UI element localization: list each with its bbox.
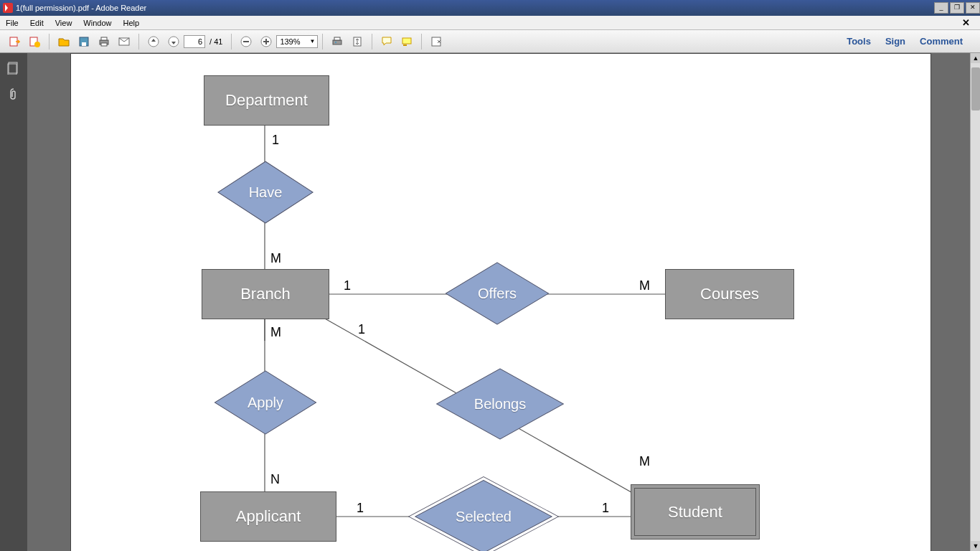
zoom-in-icon[interactable] [258,33,275,50]
menu-bar: File Edit View Window Help ✕ [0,16,980,30]
document-area[interactable]: Department Branch Courses Applicant Stud… [27,53,970,551]
card-applicant-selected: 1 [357,501,364,516]
relationship-belongs: Belongs [443,373,557,434]
card-dept-have: 1 [272,133,279,148]
svg-point-2 [34,42,40,47]
svg-rect-6 [101,37,107,40]
minimize-button[interactable]: _ [934,2,948,14]
zoom-out-icon[interactable] [237,33,255,50]
relationship-offers: Offers [451,269,543,318]
save-icon[interactable] [75,33,93,50]
close-doc-button[interactable]: ✕ [956,16,976,29]
window-title: 1(full permission).pdf - Adobe Reader [16,4,146,12]
restore-button[interactable]: ❐ [950,2,964,14]
open-icon[interactable] [55,33,72,50]
entity-applicant: Applicant [200,491,336,542]
entity-courses: Courses [665,269,794,319]
menu-help[interactable]: Help [117,17,145,29]
menu-window[interactable]: Window [77,17,117,29]
window-controls: _ ❐ ✕ [933,2,980,14]
print-icon[interactable] [95,33,113,50]
er-diagram: Department Branch Courses Applicant Stud… [71,54,930,551]
sign-link[interactable]: Sign [885,36,905,47]
menu-edit[interactable]: Edit [24,17,50,29]
relationship-apply: Apply [222,377,309,428]
entity-branch: Branch [202,269,329,319]
relationship-selected: Selected [423,485,545,548]
app-icon [3,3,13,13]
export-pdf-icon[interactable] [6,33,23,50]
card-branch-belongs: 1 [358,322,365,337]
relationship-have: Have [225,169,306,216]
page-number-input[interactable] [184,35,205,48]
highlight-icon[interactable] [398,33,415,50]
card-offers-courses: M [639,278,650,293]
create-pdf-icon[interactable] [26,33,43,50]
entity-student: Student [631,484,760,540]
svg-rect-4 [82,42,86,46]
page-up-icon[interactable] [145,33,162,50]
card-selected-student: 1 [602,501,609,516]
svg-rect-12 [243,41,249,42]
card-branch-offers: 1 [344,278,351,293]
close-button[interactable]: ✕ [966,2,980,14]
card-belongs-student: M [639,454,650,469]
chevron-down-icon: ▼ [309,38,317,44]
email-icon[interactable] [116,33,133,50]
menu-view[interactable]: View [50,17,78,29]
svg-rect-20 [402,38,411,44]
zoom-select[interactable]: 139%▼ [276,35,318,48]
page-canvas: Department Branch Courses Applicant Stud… [70,53,931,551]
svg-rect-16 [333,40,341,44]
scroll-thumb[interactable] [971,67,980,110]
tools-link[interactable]: Tools [847,36,871,47]
scroll-mode-icon[interactable] [349,33,366,50]
thumbnails-icon[interactable] [6,60,22,76]
menu-file[interactable]: File [0,17,24,29]
entity-department: Department [204,75,329,126]
card-have-branch: M [270,251,281,266]
card-branch-apply: M [270,325,281,340]
right-panel-links: Tools Sign Comment [847,36,976,47]
scroll-down-icon[interactable]: ▼ [971,541,980,551]
vertical-scrollbar[interactable]: ▲ ▼ [970,53,980,551]
svg-rect-7 [101,43,107,46]
scroll-up-icon[interactable]: ▲ [971,53,980,63]
svg-rect-17 [334,37,340,40]
toolbar: / 41 139%▼ Tools Sign Comment [0,30,980,53]
comment-link[interactable]: Comment [920,36,963,47]
navigation-pane [0,53,27,551]
snapshot-icon[interactable] [329,33,346,50]
title-bar: 1(full permission).pdf - Adobe Reader _ … [0,0,980,16]
svg-rect-18 [335,42,336,43]
card-apply-applicant: N [270,472,280,487]
page-down-icon[interactable] [165,33,182,50]
svg-rect-15 [265,39,267,44]
comment-icon[interactable] [378,33,395,50]
read-mode-icon[interactable] [428,33,445,50]
attachments-icon[interactable] [6,86,22,102]
page-total: / 41 [209,37,222,46]
